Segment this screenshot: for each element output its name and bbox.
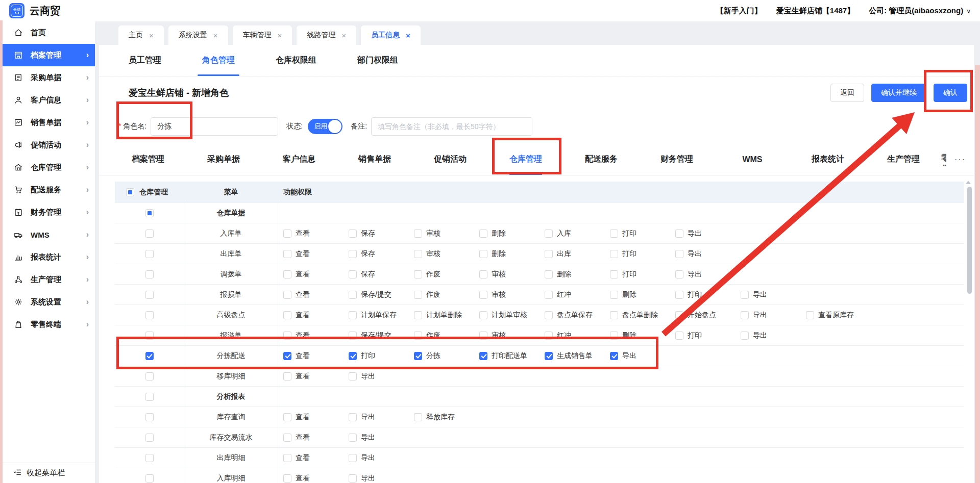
permission-红冲[interactable]: 红冲 — [545, 290, 610, 299]
checkbox[interactable] — [283, 352, 291, 360]
permission-审核[interactable]: 审核 — [414, 229, 479, 238]
remark-input[interactable] — [371, 117, 532, 136]
close-icon[interactable]: × — [213, 32, 218, 39]
permission-删除[interactable]: 删除 — [545, 270, 610, 279]
account-menu[interactable]: 公司: 管理员(aibaosxzong)∨ — [869, 6, 971, 16]
permission-导出[interactable]: 导出 — [349, 453, 414, 463]
tab-主页[interactable]: 主页 × — [118, 26, 164, 45]
checkbox[interactable] — [283, 230, 291, 238]
checkbox[interactable] — [479, 230, 487, 238]
checkbox[interactable] — [675, 311, 683, 319]
permission-计划单保存[interactable]: 计划单保存 — [349, 311, 414, 320]
sidebar-item-WMS[interactable]: WMS› — [0, 223, 95, 246]
permission-保存[interactable]: 保存 — [349, 229, 414, 238]
status-toggle[interactable]: 启用 — [308, 119, 342, 134]
subtab-仓库权限组[interactable]: 仓库权限组 — [276, 45, 316, 76]
permission-打印[interactable]: 打印 — [349, 351, 414, 361]
permission-导出[interactable]: 导出 — [349, 413, 414, 422]
sidebar-item-零售终端[interactable]: 零售终端› — [0, 313, 95, 336]
checkbox[interactable] — [283, 270, 291, 278]
permission-开始盘点[interactable]: 开始盘点 — [675, 311, 741, 320]
module-tab-客户信息[interactable]: 客户信息 — [261, 144, 337, 175]
more-tabs-button[interactable]: ··· — [954, 155, 966, 164]
permission-删除[interactable]: 删除 — [610, 331, 675, 340]
permission-打印[interactable]: 打印 — [610, 270, 675, 279]
permission-释放库存[interactable]: 释放库存 — [414, 413, 479, 422]
row-checkbox[interactable] — [145, 393, 154, 401]
permission-打印[interactable]: 打印 — [610, 229, 675, 238]
sidebar-item-财务管理[interactable]: 财务管理› — [0, 201, 95, 223]
checkbox[interactable] — [283, 372, 291, 380]
permission-导出[interactable]: 导出 — [610, 351, 675, 361]
permission-打印[interactable]: 打印 — [675, 290, 741, 299]
checkbox[interactable] — [479, 250, 487, 258]
row-checkbox[interactable] — [145, 434, 154, 442]
permission-导出[interactable]: 导出 — [349, 372, 414, 381]
checkbox[interactable] — [675, 270, 683, 278]
sidebar-item-首页[interactable]: 首页 — [0, 21, 95, 44]
row-checkbox[interactable] — [145, 311, 154, 319]
row-checkbox[interactable] — [145, 372, 154, 380]
checkbox[interactable] — [283, 291, 291, 299]
module-tab-财务管理[interactable]: 财务管理 — [639, 144, 715, 175]
permission-保存/提交[interactable]: 保存/提交 — [349, 331, 414, 340]
row-checkbox[interactable] — [145, 454, 154, 462]
permission-删除[interactable]: 删除 — [479, 249, 545, 259]
checkbox[interactable] — [349, 311, 357, 319]
checkbox[interactable] — [414, 413, 422, 421]
checkbox[interactable] — [610, 311, 618, 319]
permission-出库[interactable]: 出库 — [545, 249, 610, 259]
checkbox[interactable] — [610, 332, 618, 340]
row-checkbox[interactable] — [145, 352, 154, 360]
checkbox[interactable] — [414, 230, 422, 238]
sidebar-item-报表统计[interactable]: 报表统计› — [0, 246, 95, 268]
checkbox[interactable] — [479, 291, 487, 299]
collapse-menu-button[interactable]: 收起菜单栏 — [0, 463, 95, 483]
permission-审核[interactable]: 审核 — [479, 270, 545, 279]
confirm-button[interactable]: 确认 — [934, 84, 967, 102]
checkbox[interactable] — [479, 332, 487, 340]
module-tab-促销活动[interactable]: 促销活动 — [412, 144, 488, 175]
checkbox[interactable] — [414, 270, 422, 278]
permission-查看[interactable]: 查看 — [283, 331, 349, 340]
permission-导出[interactable]: 导出 — [675, 270, 741, 279]
tab-系统设置[interactable]: 系统设置 × — [168, 26, 228, 45]
module-tab-生产管理[interactable]: 生产管理 — [866, 144, 941, 175]
module-tab-WMS[interactable]: WMS — [715, 144, 790, 175]
checkbox[interactable] — [283, 250, 291, 258]
permission-查看[interactable]: 查看 — [283, 311, 349, 320]
permission-导出[interactable]: 导出 — [741, 290, 806, 299]
checkbox[interactable] — [349, 250, 357, 258]
checkbox[interactable] — [349, 434, 357, 442]
checkbox[interactable] — [283, 332, 291, 340]
close-icon[interactable]: × — [406, 32, 410, 39]
permission-计划单删除[interactable]: 计划单删除 — [414, 311, 479, 320]
checkbox[interactable] — [675, 291, 683, 299]
checkbox[interactable] — [806, 311, 814, 319]
back-button[interactable]: 返回 — [830, 84, 864, 102]
checkbox[interactable] — [610, 250, 618, 258]
permission-打印配送单[interactable]: 打印配送单 — [479, 351, 545, 361]
subtab-角色管理[interactable]: 角色管理 — [202, 45, 235, 76]
permission-删除[interactable]: 删除 — [610, 290, 675, 299]
checkbox[interactable] — [414, 291, 422, 299]
checkbox[interactable] — [414, 332, 422, 340]
row-checkbox[interactable] — [145, 250, 154, 258]
checkbox[interactable] — [349, 413, 357, 421]
permission-保存[interactable]: 保存 — [349, 270, 414, 279]
checkbox[interactable] — [479, 352, 487, 360]
module-tab-销售单据[interactable]: 销售单据 — [337, 144, 412, 175]
sidebar-item-仓库管理[interactable]: 仓库管理› — [0, 156, 95, 179]
checkbox[interactable] — [545, 352, 553, 360]
close-icon[interactable]: × — [341, 32, 346, 39]
checkbox[interactable] — [675, 332, 683, 340]
quick-start-link[interactable]: 【新手入门】 — [716, 6, 762, 16]
permission-查看[interactable]: 查看 — [283, 474, 349, 483]
checkbox[interactable] — [414, 352, 422, 360]
checkbox[interactable] — [479, 311, 487, 319]
row-checkbox[interactable] — [145, 332, 154, 340]
permission-打印[interactable]: 打印 — [610, 249, 675, 259]
checkbox[interactable] — [283, 413, 291, 421]
checkbox[interactable] — [610, 230, 618, 238]
checkbox[interactable] — [545, 250, 553, 258]
